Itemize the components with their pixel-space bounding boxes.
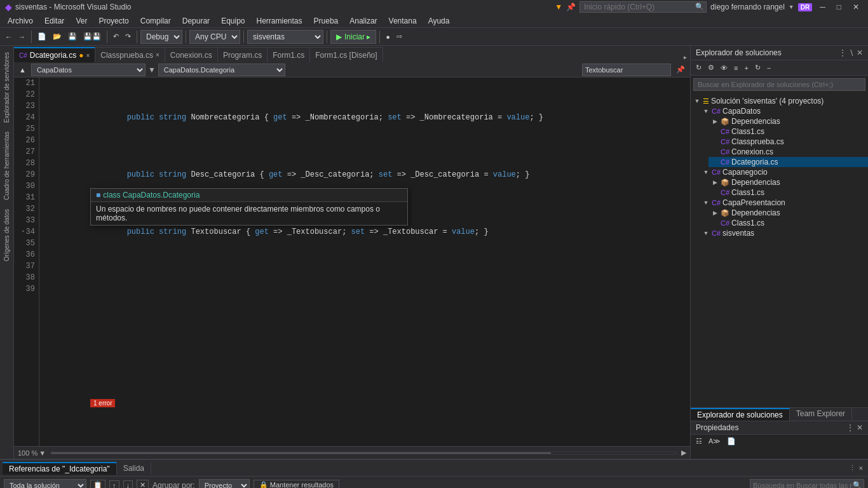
props-categorize-btn[interactable]: ☷ xyxy=(693,436,705,447)
code-content[interactable]: public string Nombrecategoria { get => _… xyxy=(39,78,690,446)
tab-sol-explorer[interactable]: Explorador de soluciones xyxy=(691,408,790,421)
ref-copy-btn[interactable]: 📋 xyxy=(90,480,105,488)
member-selector[interactable]: CapaDatos.Dcategoria xyxy=(158,64,285,76)
group-by-select[interactable]: Proyecto xyxy=(199,479,250,489)
save-all-btn[interactable]: 💾💾 xyxy=(81,31,104,42)
collapse-icon[interactable]: ⁃ xyxy=(22,226,25,238)
menu-proyecto[interactable]: Proyecto xyxy=(93,15,133,27)
title-left: ◆ sisventas - Microsoft Visual Studio xyxy=(5,3,132,12)
sol-float-btn[interactable]: ∖ xyxy=(849,48,854,57)
server-explorer-tab[interactable]: Explorador de servidores xyxy=(2,48,11,126)
error-badge[interactable]: 1 error xyxy=(90,399,115,407)
sol-close-btn[interactable]: ✕ xyxy=(857,48,863,57)
tab-salida[interactable]: Salida xyxy=(117,463,151,474)
ref-sort-desc-btn[interactable]: ↓ xyxy=(123,480,133,489)
scope-select[interactable]: Toda la solución xyxy=(4,479,86,489)
menu-herramientas[interactable]: Herramientas xyxy=(252,15,308,27)
tab-form1-design[interactable]: Form1.cs [Diseño] xyxy=(310,47,383,62)
sol-filter-btn[interactable]: ≡ xyxy=(731,63,740,73)
menu-depurar[interactable]: Depurar xyxy=(177,15,215,27)
tab-label-form1-design: Form1.cs [Diseño] xyxy=(315,51,377,60)
menu-ver[interactable]: Ver xyxy=(71,15,92,27)
scrollbar-h[interactable] xyxy=(51,452,676,454)
tree-class1-negocio[interactable]: C# Class1.cs xyxy=(709,187,868,198)
menu-equipo[interactable]: Equipo xyxy=(216,15,250,27)
save-btn[interactable]: 💾 xyxy=(65,31,79,42)
props-alphabetic-btn[interactable]: A≫ xyxy=(706,436,723,447)
tab-references[interactable]: Referencias de "_Idcategoria" xyxy=(3,462,117,475)
nav-back[interactable]: ▲ xyxy=(17,65,29,75)
cpu-select[interactable]: Any CPU xyxy=(189,30,240,44)
props-pin-btn[interactable]: ⋮ xyxy=(846,423,854,432)
menu-prueba[interactable]: Prueba xyxy=(309,15,344,27)
textobuscar-input[interactable] xyxy=(582,64,671,76)
bottom-close-btn[interactable]: ✕ xyxy=(858,464,863,472)
menu-analizar[interactable]: Analizar xyxy=(344,15,382,27)
tab-team-explorer[interactable]: Team Explorer xyxy=(790,408,852,421)
sol-collapse-btn[interactable]: − xyxy=(764,63,773,73)
tab-dcategoria[interactable]: C# Dcategoria.cs ● × xyxy=(14,47,95,62)
menu-ventana[interactable]: Ventana xyxy=(384,15,422,27)
tree-classprueba[interactable]: C# Classprueba.cs xyxy=(709,137,868,147)
ref-sort-asc-btn[interactable]: ↑ xyxy=(109,480,119,489)
tab-program[interactable]: Program.cs xyxy=(218,47,268,62)
maximize-button[interactable]: □ xyxy=(833,3,845,11)
back-btn[interactable]: ← xyxy=(3,32,15,42)
menu-ayuda[interactable]: Ayuda xyxy=(423,15,455,27)
tab-conexion[interactable]: Conexion.cs xyxy=(165,47,218,62)
toolbox-tab[interactable]: Cuadro de herramientas xyxy=(2,128,11,204)
props-pages-btn[interactable]: 📄 xyxy=(724,436,738,447)
tab-close-classprueba[interactable]: × xyxy=(156,51,159,58)
scroll-right-btn[interactable]: ▶ xyxy=(681,449,686,457)
tree-capanegocio[interactable]: ▼ C# Capanegocio xyxy=(700,167,868,177)
step-btn[interactable]: ⇨ xyxy=(394,31,405,42)
sol-refresh-btn[interactable]: ↻ xyxy=(752,62,763,73)
zoom-dropdown[interactable]: ▼ xyxy=(39,449,46,457)
minimize-button[interactable]: ─ xyxy=(816,3,829,11)
sol-search-input[interactable] xyxy=(693,78,865,91)
tree-conexion[interactable]: C# Conexion.cs xyxy=(709,147,868,157)
tree-capadatos[interactable]: ▼ C# CapaDatos xyxy=(700,106,868,116)
tree-dependencias-0[interactable]: ▶ 📦 Dependencias xyxy=(709,116,868,126)
scroll-right[interactable]: ▸ xyxy=(683,53,688,62)
debug-mode-select[interactable]: Debug xyxy=(140,30,182,44)
tree-dep-pres[interactable]: ▶ 📦 Dependencias xyxy=(709,208,868,218)
bottom-pin-btn[interactable]: ⋮ xyxy=(849,464,856,472)
tree-dep-negocio[interactable]: ▶ 📦 Dependencias xyxy=(709,177,868,187)
user-dropdown-icon[interactable]: ▼ xyxy=(789,4,794,10)
tree-sisventas[interactable]: ▼ C# sisventas xyxy=(700,228,868,238)
forward-btn[interactable]: → xyxy=(16,32,28,42)
sol-show-all-btn[interactable]: 👁 xyxy=(718,63,730,73)
tree-class1-pres[interactable]: C# Class1.cs xyxy=(709,218,868,228)
tree-class1-0[interactable]: C# Class1.cs xyxy=(709,126,868,137)
tree-capapresentacion[interactable]: ▼ C# CapaPresentacion xyxy=(700,198,868,208)
breakpoint-btn[interactable]: ● xyxy=(383,32,393,42)
keep-results-btn[interactable]: 🔒 Mantener resultados xyxy=(254,480,339,488)
menu-archivo[interactable]: Archivo xyxy=(3,15,38,27)
undo-btn[interactable]: ↶ xyxy=(111,31,121,42)
menu-compilar[interactable]: Compilar xyxy=(135,15,176,27)
sol-pin-btn[interactable]: ⋮ xyxy=(839,48,846,57)
close-button[interactable]: ✕ xyxy=(849,3,863,11)
nav-pin[interactable]: 📌 xyxy=(674,64,688,75)
redo-btn[interactable]: ↷ xyxy=(123,31,133,42)
ref-search-input[interactable] xyxy=(750,479,864,489)
data-origins-tab[interactable]: Orígenes de datos xyxy=(2,205,11,265)
project-select[interactable]: sisventas xyxy=(247,30,323,44)
new-file-btn[interactable]: 📄 xyxy=(35,31,49,42)
props-close-btn[interactable]: ✕ xyxy=(857,423,863,432)
open-btn[interactable]: 📂 xyxy=(50,31,64,42)
tab-classprueba[interactable]: Classprueba.cs × xyxy=(95,47,165,62)
menu-editar[interactable]: Editar xyxy=(39,15,69,27)
tree-dcategoria[interactable]: C# Dcategoria.cs xyxy=(709,157,868,167)
tree-solution[interactable]: ▼ ☰ Solución 'sisventas' (4 proyectos) xyxy=(691,96,868,106)
class-selector[interactable]: CapaDatos xyxy=(31,64,146,76)
sol-new-btn[interactable]: + xyxy=(742,63,750,73)
sol-sync-btn[interactable]: ↻ xyxy=(693,62,704,73)
ref-delete-btn[interactable]: ✕ xyxy=(137,480,149,488)
tab-close-dcategoria[interactable]: × xyxy=(86,52,90,59)
sol-prop-btn[interactable]: ⚙ xyxy=(705,62,717,73)
quick-search-input[interactable] xyxy=(580,1,707,13)
run-button[interactable]: ▶ Iniciar ▸ xyxy=(330,30,376,44)
tab-form1[interactable]: Form1.cs xyxy=(268,47,310,62)
